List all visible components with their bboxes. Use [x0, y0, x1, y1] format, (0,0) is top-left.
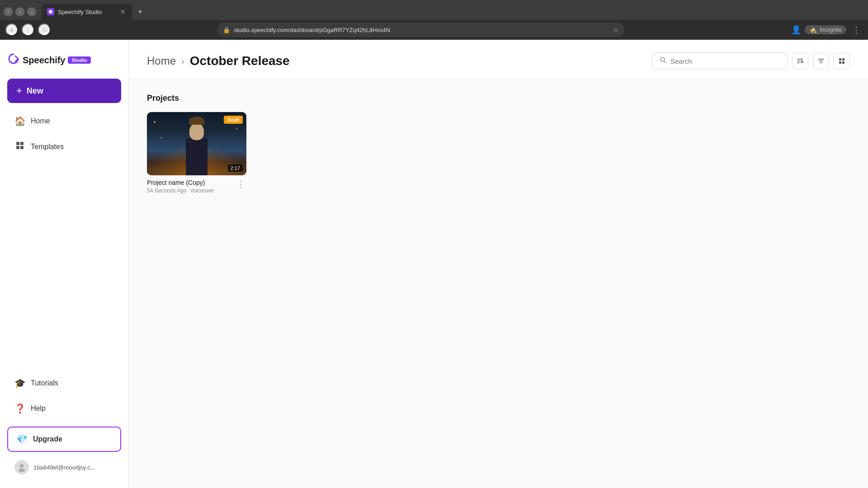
tab-close-button[interactable]: ✕ — [119, 7, 127, 16]
browser-controls-right: 👤 🕵️ Incognito ⋮ — [791, 23, 863, 37]
sidebar-item-tutorials[interactable]: 🎓 Tutorials — [7, 372, 121, 394]
svg-rect-9 — [842, 58, 844, 61]
sort-button[interactable] — [792, 53, 808, 69]
sidebar-spacer — [7, 161, 121, 369]
thumbnail-particle — [236, 128, 237, 129]
duration-badge: 2:17 — [228, 164, 243, 172]
tab-favicon — [47, 8, 54, 15]
logo-mark: Speechify Studio — [7, 52, 91, 68]
user-email: 1ba849ef@moodjoy.c... — [33, 464, 95, 471]
browser-chrome: ‹ › ⌄ Speechify Studio ✕ + ‹ › ↻ 🔒 studi… — [0, 0, 868, 40]
studio-badge: Studio — [68, 56, 90, 64]
incognito-icon: 🕵️ — [809, 26, 817, 33]
tutorials-icon: 🎓 — [14, 378, 25, 389]
svg-point-5 — [20, 464, 24, 468]
sidebar-item-help[interactable]: ❓ Help — [7, 398, 121, 419]
tab-bar: ‹ › ⌄ Speechify Studio ✕ + — [0, 0, 868, 20]
browser-refresh-button[interactable]: ↻ — [38, 23, 51, 36]
breadcrumb-current: October Release — [190, 54, 290, 68]
svg-rect-2 — [20, 142, 24, 145]
search-input[interactable] — [670, 57, 780, 65]
help-icon: ❓ — [14, 403, 25, 414]
tab-title: Speechify Studio — [58, 9, 116, 15]
project-more-options-button[interactable]: ⋮ — [235, 179, 246, 189]
browser-back-button[interactable]: ‹ — [5, 23, 18, 36]
filter-button[interactable] — [813, 53, 829, 69]
svg-rect-10 — [839, 61, 841, 64]
svg-rect-4 — [20, 146, 24, 149]
svg-point-0 — [49, 10, 52, 14]
sidebar-item-tutorials-label: Tutorials — [31, 379, 58, 387]
address-bar-row: ‹ › ↻ 🔒 studio.speechify.com/dashboard/p… — [0, 20, 868, 40]
svg-point-6 — [19, 469, 25, 472]
svg-rect-3 — [16, 146, 19, 149]
project-card[interactable]: Draft 2:17 Project name (Copy) 54 Second… — [147, 112, 246, 197]
expand-button[interactable]: ⌄ — [27, 7, 36, 16]
upgrade-button-label: Upgrade — [33, 435, 62, 443]
user-profile[interactable]: 1ba849ef@moodjoy.c... — [7, 455, 121, 479]
sidebar-item-templates-label: Templates — [31, 143, 64, 151]
main-content: Home › October Release — [129, 40, 868, 488]
draft-badge: Draft — [224, 116, 243, 124]
address-bar[interactable]: 🔒 studio.speechify.com/dashboard/pGgaRR7… — [217, 23, 624, 37]
browser-more-button[interactable]: ⋮ — [850, 23, 863, 37]
project-meta: Project name (Copy) 54 Seconds Ago Voice… — [147, 179, 235, 194]
breadcrumb-separator: › — [181, 56, 184, 66]
project-time: 54 Seconds Ago — [147, 188, 186, 194]
svg-rect-11 — [842, 61, 844, 64]
app-container: Speechify Studio + New 🏠 Home Templates — [0, 40, 868, 488]
svg-rect-8 — [839, 58, 841, 61]
profile-icon: 👤 — [791, 25, 801, 35]
home-icon: 🏠 — [14, 116, 25, 127]
sidebar-item-home-label: Home — [31, 117, 50, 125]
sidebar: Speechify Studio + New 🏠 Home Templates — [0, 40, 129, 488]
search-box[interactable] — [652, 52, 788, 70]
avatar — [14, 460, 29, 474]
gem-icon: 💎 — [16, 434, 28, 445]
sidebar-item-home[interactable]: 🏠 Home — [7, 110, 121, 132]
tab-left-controls: ‹ › ⌄ — [4, 7, 36, 16]
breadcrumb-home[interactable]: Home — [147, 55, 176, 67]
top-bar: Home › October Release — [129, 40, 868, 79]
new-button[interactable]: + New — [7, 79, 121, 103]
templates-icon — [14, 141, 25, 152]
project-subtitle: 54 Seconds Ago Voiceover — [147, 188, 235, 194]
plus-icon: + — [16, 85, 22, 97]
address-lock-icon: 🔒 — [223, 27, 230, 33]
new-button-label: New — [27, 86, 43, 96]
logo-area: Speechify Studio — [7, 49, 121, 75]
sidebar-item-templates[interactable]: Templates — [7, 136, 121, 158]
project-type-tag: Voiceover — [190, 188, 214, 194]
browser-tab[interactable]: Speechify Studio ✕ — [42, 4, 132, 20]
forward-button[interactable]: › — [15, 7, 24, 16]
svg-rect-1 — [16, 142, 19, 145]
logo-icon — [7, 52, 20, 68]
address-url: studio.speechify.com/dashboard/pGgaRR7YZ… — [234, 27, 609, 33]
view-toggle-button[interactable] — [834, 53, 850, 69]
bookmark-icon[interactable]: ☆ — [613, 26, 619, 33]
new-tab-button[interactable]: + — [134, 5, 146, 18]
breadcrumb: Home › October Release — [147, 54, 645, 68]
incognito-label: Incognito — [820, 27, 842, 33]
projects-grid: Draft 2:17 Project name (Copy) 54 Second… — [147, 112, 850, 197]
incognito-badge: 🕵️ Incognito — [805, 25, 846, 34]
back-button[interactable]: ‹ — [4, 7, 13, 16]
logo-text: Speechify — [23, 55, 65, 66]
content-area: Projects — [129, 79, 868, 488]
sidebar-item-help-label: Help — [31, 404, 46, 413]
project-name: Project name (Copy) — [147, 179, 235, 186]
section-title: Projects — [147, 94, 850, 103]
search-icon — [660, 56, 667, 66]
thumbnail-person — [181, 126, 212, 175]
top-bar-actions — [652, 52, 850, 70]
upgrade-button[interactable]: 💎 Upgrade — [7, 427, 121, 452]
project-info: Project name (Copy) 54 Seconds Ago Voice… — [147, 175, 246, 197]
thumbnail-particle — [160, 137, 162, 138]
project-thumbnail: Draft 2:17 — [147, 112, 246, 175]
browser-forward-button[interactable]: › — [22, 23, 34, 36]
thumbnail-particle — [154, 121, 156, 123]
